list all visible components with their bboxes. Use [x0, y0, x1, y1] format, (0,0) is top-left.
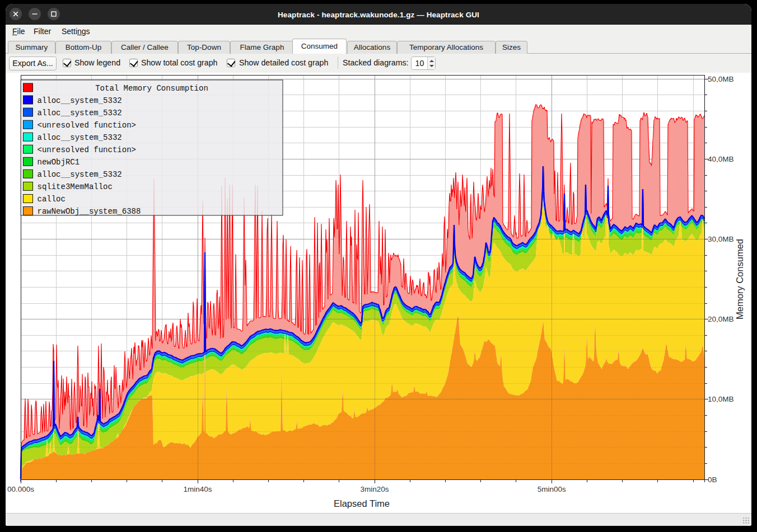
svg-text:newObjRC1: newObjRC1 — [38, 158, 80, 167]
svg-text:40,0MB: 40,0MB — [708, 155, 734, 163]
svg-text:alloc__system_5332: alloc__system_5332 — [38, 96, 122, 105]
svg-text:Total Memory Consumption: Total Memory Consumption — [95, 84, 208, 93]
svg-text:30,0MB: 30,0MB — [708, 235, 734, 243]
svg-text:3min20s: 3min20s — [361, 485, 389, 493]
svg-text:alloc__system_5332: alloc__system_5332 — [38, 170, 122, 179]
svg-text:10,0MB: 10,0MB — [708, 395, 734, 403]
svg-text:20,0MB: 20,0MB — [708, 315, 734, 323]
svg-text:5min00s: 5min00s — [538, 485, 566, 493]
svg-text:alloc__system_5332: alloc__system_5332 — [38, 109, 122, 117]
svg-text:0B: 0B — [708, 475, 717, 484]
svg-text:alloc__system_5332: alloc__system_5332 — [38, 133, 122, 142]
svg-text:<unresolved function>: <unresolved function> — [38, 145, 136, 154]
svg-text:sqlite3MemMalloc: sqlite3MemMalloc — [38, 182, 113, 191]
svg-text:00.000s: 00.000s — [7, 485, 34, 493]
svg-text:1min40s: 1min40s — [184, 485, 212, 493]
svg-text:calloc: calloc — [38, 195, 66, 204]
svg-text:<unresolved function>: <unresolved function> — [38, 121, 136, 130]
svg-text:50,0MB: 50,0MB — [708, 75, 734, 83]
svg-text:rawNewObj__system_6388: rawNewObj__system_6388 — [38, 207, 141, 216]
svg-text:Memory Consumed: Memory Consumed — [735, 239, 745, 319]
svg-text:Elapsed Time: Elapsed Time — [334, 498, 390, 509]
